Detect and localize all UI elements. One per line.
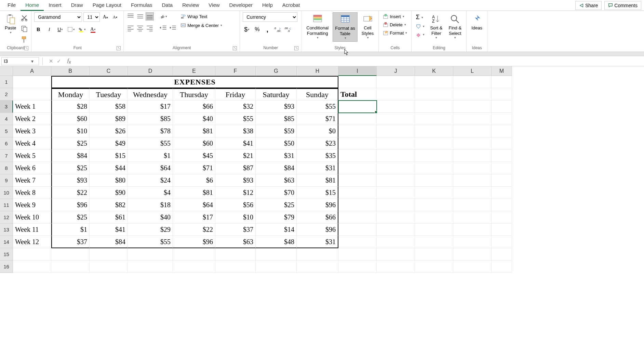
cell-E7[interactable]: $45 — [173, 150, 215, 162]
cell-H8[interactable]: $31 — [297, 162, 338, 174]
column-header-L[interactable]: L — [453, 66, 492, 76]
borders-button[interactable]: ▾ — [67, 25, 75, 34]
cell-H6[interactable]: $23 — [297, 137, 338, 150]
cell-F3[interactable]: $32 — [215, 101, 256, 113]
cell-K3[interactable] — [415, 101, 453, 113]
menu-tab-page-layout[interactable]: Page Layout — [88, 0, 126, 11]
cell-D14[interactable]: $55 — [128, 236, 173, 248]
cell-K6[interactable] — [415, 137, 453, 150]
menu-tab-view[interactable]: View — [204, 0, 224, 11]
cell-K2[interactable] — [415, 88, 453, 101]
cell-D3[interactable]: $17 — [128, 101, 173, 113]
row-header-11[interactable]: 11 — [0, 199, 13, 211]
cell-H16[interactable] — [297, 261, 338, 273]
cell-B11[interactable]: $96 — [51, 199, 90, 211]
copy-button[interactable] — [20, 25, 28, 33]
cell-E10[interactable]: $81 — [173, 187, 215, 199]
fill-color-button[interactable]: ▾ — [78, 25, 86, 34]
decrease-font-button[interactable]: A▾ — [111, 13, 119, 21]
cell-L3[interactable] — [453, 101, 492, 113]
menu-tab-developer[interactable]: Developer — [225, 0, 257, 11]
align-middle-button[interactable] — [136, 12, 144, 21]
cell-A14[interactable]: Week 12 — [13, 236, 51, 248]
cell-L11[interactable] — [453, 199, 492, 211]
cell-I6[interactable] — [338, 137, 377, 150]
cell-H5[interactable]: $0 — [297, 125, 338, 137]
cell-B7[interactable]: $84 — [51, 150, 90, 162]
cell-M9[interactable] — [492, 174, 512, 187]
cell-C2[interactable]: Tuesday — [90, 88, 128, 101]
cell-I11[interactable] — [338, 199, 377, 211]
font-name-combo[interactable]: Garamond — [34, 12, 82, 22]
formula-input[interactable] — [73, 57, 644, 65]
cell-A12[interactable]: Week 10 — [13, 211, 51, 224]
row-header-7[interactable]: 7 — [0, 150, 13, 162]
cell-A8[interactable]: Week 6 — [13, 162, 51, 174]
cell-M15[interactable] — [492, 248, 512, 261]
cell-B16[interactable] — [51, 261, 90, 273]
cell-A2[interactable] — [13, 88, 51, 101]
cell-K4[interactable] — [415, 113, 453, 125]
menu-tab-insert[interactable]: Insert — [44, 0, 66, 11]
cell-E2[interactable]: Thursday — [173, 88, 215, 101]
cell-A11[interactable]: Week 9 — [13, 199, 51, 211]
cell-D10[interactable]: $4 — [128, 187, 173, 199]
cell-H2[interactable]: Sunday — [297, 88, 338, 101]
row-header-4[interactable]: 4 — [0, 113, 13, 125]
cell-D2[interactable]: Wednesday — [128, 88, 173, 101]
cell-G5[interactable]: $59 — [256, 125, 297, 137]
cell-C9[interactable]: $80 — [90, 174, 128, 187]
cell-M1[interactable] — [492, 76, 512, 88]
cell-G3[interactable]: $93 — [256, 101, 297, 113]
name-box-dropdown[interactable]: ▾ — [29, 58, 35, 64]
delete-cells-button[interactable]: Delete▾ — [381, 21, 408, 28]
bold-button[interactable]: B — [34, 25, 42, 34]
row-header-14[interactable]: 14 — [0, 236, 13, 248]
percent-button[interactable]: % — [253, 25, 261, 34]
cell-F16[interactable] — [215, 261, 256, 273]
accounting-format-button[interactable]: $▾ — [243, 25, 251, 34]
cell-G2[interactable]: Saturday — [256, 88, 297, 101]
cell-C7[interactable]: $15 — [90, 150, 128, 162]
cell-B9[interactable]: $93 — [51, 174, 90, 187]
menu-tab-acrobat[interactable]: Acrobat — [278, 0, 305, 11]
cell-B8[interactable]: $25 — [51, 162, 90, 174]
cell-E5[interactable]: $81 — [173, 125, 215, 137]
cell-F12[interactable]: $10 — [215, 211, 256, 224]
cell-L1[interactable] — [453, 76, 492, 88]
align-left-button[interactable] — [126, 24, 135, 32]
cell-I7[interactable] — [338, 150, 377, 162]
cell-J8[interactable] — [377, 162, 415, 174]
menu-tab-draw[interactable]: Draw — [66, 0, 88, 11]
cell-I9[interactable] — [338, 174, 377, 187]
cell-D13[interactable]: $29 — [128, 224, 173, 236]
cut-button[interactable] — [20, 14, 28, 22]
menu-tab-help[interactable]: Help — [257, 0, 278, 11]
orientation-button[interactable]: ab▾ — [159, 12, 167, 21]
cell-F15[interactable] — [215, 248, 256, 261]
cell-K16[interactable] — [415, 261, 453, 273]
row-header-15[interactable]: 15 — [0, 248, 13, 261]
cell-I1[interactable] — [338, 76, 377, 88]
cell-I2[interactable]: Total — [338, 88, 377, 101]
cell-M10[interactable] — [492, 187, 512, 199]
cell-L7[interactable] — [453, 150, 492, 162]
cell-C16[interactable] — [90, 261, 128, 273]
cell-G7[interactable]: $31 — [256, 150, 297, 162]
cell-I12[interactable] — [338, 211, 377, 224]
cell-K13[interactable] — [415, 224, 453, 236]
cell-G16[interactable] — [256, 261, 297, 273]
cell-A5[interactable]: Week 3 — [13, 125, 51, 137]
cell-I5[interactable] — [338, 125, 377, 137]
paste-button[interactable]: Paste▾ — [3, 12, 18, 36]
cell-F5[interactable]: $38 — [215, 125, 256, 137]
format-cells-button[interactable]: Format▾ — [381, 29, 408, 36]
cell-B3[interactable]: $28 — [51, 101, 90, 113]
cell-A4[interactable]: Week 2 — [13, 113, 51, 125]
row-header-12[interactable]: 12 — [0, 211, 13, 224]
cell-J9[interactable] — [377, 174, 415, 187]
cell-C14[interactable]: $84 — [90, 236, 128, 248]
column-header-C[interactable]: C — [90, 66, 128, 76]
comma-style-button[interactable]: , — [263, 25, 271, 34]
cell-A1[interactable] — [13, 76, 51, 88]
